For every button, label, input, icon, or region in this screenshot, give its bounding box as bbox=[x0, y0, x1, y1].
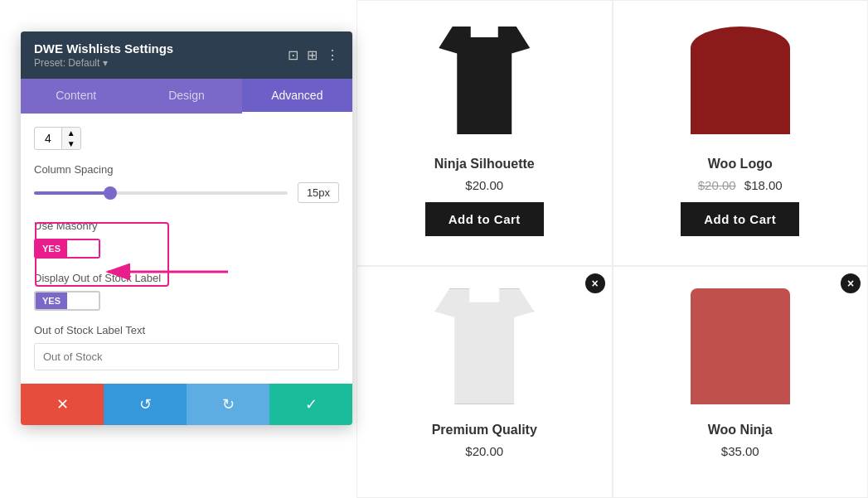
current-price: $18.00 bbox=[744, 178, 783, 192]
old-price: $20.00 bbox=[698, 178, 736, 192]
out-of-stock-text-input[interactable] bbox=[34, 343, 339, 370]
product-thumbnail bbox=[691, 288, 790, 404]
slider-value: 15px bbox=[298, 182, 339, 203]
panel-preset: Preset: Default ▾ bbox=[34, 57, 173, 69]
product-name-premium: Premium Quality bbox=[432, 423, 537, 438]
panel-header: DWE Wishlists Settings Preset: Default ▾… bbox=[21, 31, 352, 79]
product-price-woo-logo: $20.00 $18.00 bbox=[698, 178, 783, 192]
panel-header-text: DWE Wishlists Settings Preset: Default ▾ bbox=[34, 41, 173, 69]
restore-icon[interactable]: ⊡ bbox=[288, 47, 298, 63]
cancel-button[interactable]: ✕ bbox=[21, 384, 104, 425]
slider-fill bbox=[34, 191, 110, 195]
columns-row: 4 ▲ ▼ bbox=[34, 127, 339, 150]
product-price-premium: $20.00 bbox=[465, 444, 503, 458]
remove-button-premium[interactable]: × bbox=[585, 273, 605, 293]
columns-up-arrow[interactable]: ▲ bbox=[62, 128, 80, 138]
product-card-woo-ninja: × Woo Ninja $35.00 bbox=[613, 266, 869, 498]
slider-track[interactable] bbox=[34, 191, 288, 195]
columns-value: 4 bbox=[35, 128, 61, 148]
redo-button[interactable]: ↻ bbox=[187, 384, 269, 425]
out-of-stock-toggle[interactable]: YES bbox=[34, 291, 100, 311]
product-price-ninja-silhouette: $20.00 bbox=[465, 178, 503, 192]
remove-button-woo-ninja[interactable]: × bbox=[841, 273, 861, 293]
product-thumbnail bbox=[434, 288, 534, 404]
out-of-stock-no bbox=[67, 293, 99, 309]
slider-thumb[interactable] bbox=[104, 186, 117, 200]
add-to-cart-button-woo-logo[interactable]: Add to Cart bbox=[681, 202, 799, 236]
save-button[interactable]: ✓ bbox=[269, 384, 352, 425]
columns-arrows: ▲ ▼ bbox=[61, 128, 80, 149]
product-thumbnail bbox=[691, 27, 790, 134]
columns-stepper[interactable]: 4 ▲ ▼ bbox=[34, 127, 81, 150]
panel-header-icons: ⊡ ⊞ ⋮ bbox=[288, 47, 339, 63]
add-to-cart-button-ninja[interactable]: Add to Cart bbox=[425, 202, 544, 236]
tab-advanced[interactable]: Advanced bbox=[242, 79, 352, 114]
product-name-ninja-silhouette: Ninja Silhouette bbox=[434, 157, 535, 172]
column-spacing-label: Column Spacing bbox=[34, 163, 339, 176]
product-image-woo-ninja bbox=[657, 280, 823, 413]
reset-button[interactable]: ↺ bbox=[104, 384, 187, 425]
product-name-woo-logo: Woo Logo bbox=[708, 157, 773, 172]
panel-footer: ✕ ↺ ↻ ✓ bbox=[21, 384, 352, 425]
product-card-ninja-silhouette: Ninja Silhouette $20.00 Add to Cart bbox=[356, 0, 613, 266]
product-card-premium-quality: × Premium Quality $20.00 bbox=[356, 266, 613, 498]
product-name-woo-ninja: Woo Ninja bbox=[708, 423, 773, 438]
more-options-icon[interactable]: ⋮ bbox=[326, 47, 339, 63]
out-of-stock-yes[interactable]: YES bbox=[36, 293, 67, 309]
product-image-ninja-silhouette bbox=[401, 14, 567, 147]
out-of-stock-text-label: Out of Stock Label Text bbox=[34, 324, 339, 336]
product-image-premium bbox=[401, 280, 567, 413]
layout-icon[interactable]: ⊞ bbox=[307, 47, 318, 63]
tab-content[interactable]: Content bbox=[21, 79, 131, 114]
slider-row: 15px bbox=[34, 182, 339, 203]
columns-down-arrow[interactable]: ▼ bbox=[62, 138, 80, 149]
panel-tabs: Content Design Advanced bbox=[21, 79, 352, 114]
tab-design[interactable]: Design bbox=[131, 79, 241, 114]
product-price-woo-ninja: $35.00 bbox=[721, 444, 759, 458]
panel-title: DWE Wishlists Settings bbox=[34, 41, 173, 56]
product-card-woo-logo: Woo Logo $20.00 $18.00 Add to Cart bbox=[613, 0, 869, 266]
arrow-annotation bbox=[99, 255, 232, 288]
product-image-woo-logo bbox=[657, 14, 823, 147]
product-thumbnail bbox=[439, 27, 530, 134]
